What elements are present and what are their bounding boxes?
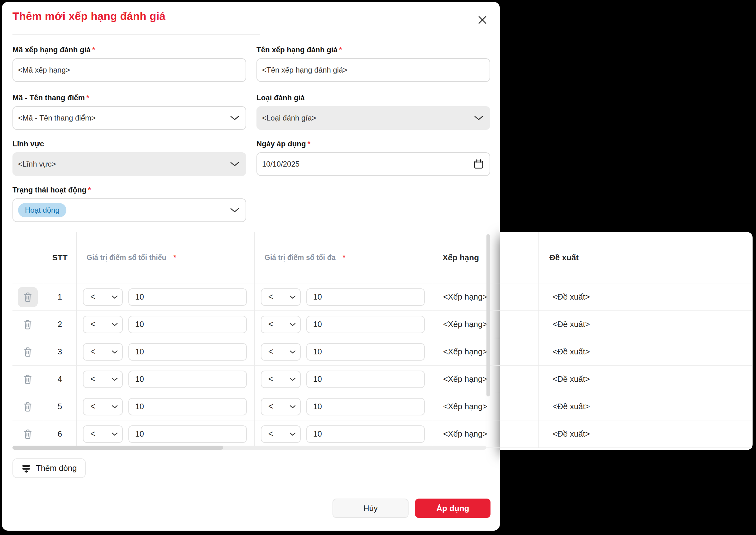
ten-xep-hang-input[interactable] xyxy=(257,58,490,82)
close-button[interactable] xyxy=(474,12,491,28)
max-operator-select[interactable]: < xyxy=(261,316,301,333)
status-chip: Hoạt động xyxy=(18,203,66,218)
col-header-min: Giá trị điểm số tối thiểu* xyxy=(77,232,255,283)
min-operator-select[interactable]: < xyxy=(83,425,123,443)
proposal-cell[interactable]: <Đề xuất> xyxy=(539,311,752,338)
delete-row-button[interactable] xyxy=(18,397,38,417)
rank-cell[interactable]: <Xếp hạng> xyxy=(432,338,539,366)
field-label: Loại đánh giá xyxy=(257,94,490,102)
cancel-button[interactable]: Hủy xyxy=(333,498,408,518)
rank-cell[interactable]: <Xếp hạng> xyxy=(432,283,539,311)
max-operator-select[interactable]: < xyxy=(261,343,301,361)
proposal-cell[interactable]: <Đề xuất> xyxy=(539,283,752,311)
select-placeholder: <Lĩnh vực> xyxy=(18,160,56,168)
delete-row-button[interactable] xyxy=(18,315,38,334)
chevron-down-icon xyxy=(230,161,239,167)
trash-icon xyxy=(23,292,32,302)
min-value-input[interactable]: 10 xyxy=(128,343,247,361)
rank-cell[interactable]: <Xếp hạng> xyxy=(432,366,539,393)
min-operator-select[interactable]: < xyxy=(83,316,123,333)
rank-cell[interactable]: <Xếp hạng> xyxy=(432,420,539,448)
min-operator-select[interactable]: < xyxy=(83,343,123,361)
chevron-down-icon xyxy=(111,405,118,408)
col-header-max: Giá trị điểm số tối đa* xyxy=(255,232,432,283)
row-stt: 2 xyxy=(43,311,77,338)
table-cell-min: < 10 xyxy=(77,420,255,448)
proposal-cell[interactable]: <Đề xuất> xyxy=(539,393,752,420)
table-cell-min: < 10 xyxy=(77,311,255,338)
close-icon xyxy=(477,14,488,25)
max-value-input[interactable]: 10 xyxy=(306,371,425,388)
max-operator-select[interactable]: < xyxy=(261,398,301,415)
row-stt: 3 xyxy=(43,338,77,366)
max-value-input[interactable]: 10 xyxy=(306,343,425,361)
operator-value: < xyxy=(268,374,273,384)
chevron-down-icon xyxy=(230,208,239,213)
apply-button[interactable]: Áp dụng xyxy=(415,498,491,518)
linh-vuc-select: <Lĩnh vực> xyxy=(13,152,246,176)
max-value-input[interactable]: 10 xyxy=(306,288,425,306)
min-value-input[interactable]: 10 xyxy=(128,316,247,333)
min-value-input[interactable]: 10 xyxy=(128,288,247,306)
chevron-down-icon xyxy=(289,432,296,436)
table-cell-min: < 10 xyxy=(77,366,255,393)
row-stt: 6 xyxy=(43,420,77,448)
operator-value: < xyxy=(90,347,95,356)
field-ngay-ap-dung: Ngày áp dụng* 10/10/2025 xyxy=(257,139,490,176)
ma-xep-hang-input[interactable] xyxy=(13,58,246,82)
operator-value: < xyxy=(268,320,273,329)
max-operator-select[interactable]: < xyxy=(261,288,301,306)
chevron-down-icon xyxy=(289,405,296,408)
ngay-ap-dung-input[interactable]: 10/10/2025 xyxy=(257,152,490,176)
operator-value: < xyxy=(90,374,95,384)
chevron-down-icon xyxy=(230,115,239,121)
required-asterisk: * xyxy=(343,253,345,262)
add-row-icon xyxy=(21,464,31,473)
field-ma-xep-hang: Mã xếp hạng đánh giá* xyxy=(13,45,246,82)
table-cell-min: < 10 xyxy=(77,338,255,366)
vertical-scrollbar-thumb[interactable] xyxy=(486,234,490,396)
chevron-down-icon xyxy=(289,350,296,354)
ma-ten-thang-diem-select[interactable]: <Mã - Tên thang điểm> xyxy=(13,106,246,130)
max-value-input[interactable]: 10 xyxy=(306,398,425,415)
operator-value: < xyxy=(268,292,273,302)
proposal-cell[interactable]: <Đề xuất> xyxy=(539,420,752,448)
min-value-input[interactable]: 10 xyxy=(128,398,247,415)
table-cell-max: < 10 xyxy=(255,311,432,338)
proposal-cell[interactable]: <Đề xuất> xyxy=(539,338,752,366)
max-value-input[interactable]: 10 xyxy=(306,425,425,443)
min-operator-select[interactable]: < xyxy=(83,288,123,306)
table-cell-delete xyxy=(13,393,43,420)
required-asterisk: * xyxy=(92,45,95,54)
min-operator-select[interactable]: < xyxy=(83,398,123,415)
col-header-rank: Xếp hạng xyxy=(432,232,539,283)
trash-icon xyxy=(23,319,32,330)
horizontal-scrollbar-thumb[interactable] xyxy=(13,446,223,450)
delete-row-button[interactable] xyxy=(18,342,38,362)
rank-cell[interactable]: <Xếp hạng> xyxy=(432,393,539,420)
table-cell-max: < 10 xyxy=(255,366,432,393)
add-row-button[interactable]: Thêm dòng xyxy=(13,458,86,478)
min-operator-select[interactable]: < xyxy=(83,371,123,388)
table-cell-max: < 10 xyxy=(255,338,432,366)
divider xyxy=(9,489,492,489)
min-value-input[interactable]: 10 xyxy=(128,371,247,388)
rank-cell[interactable]: <Xếp hạng> xyxy=(432,311,539,338)
proposal-cell[interactable]: <Đề xuất> xyxy=(539,366,752,393)
trang-thai-select[interactable]: Hoạt động xyxy=(13,198,246,222)
min-value-input[interactable]: 10 xyxy=(128,425,247,443)
delete-row-button[interactable] xyxy=(18,287,38,307)
chevron-down-icon xyxy=(289,323,296,326)
required-asterisk: * xyxy=(88,185,91,194)
max-operator-select[interactable]: < xyxy=(261,371,301,388)
row-stt: 5 xyxy=(43,393,77,420)
table-cell-max: < 10 xyxy=(255,420,432,448)
delete-row-button[interactable] xyxy=(18,424,38,444)
table-cell-min: < 10 xyxy=(77,393,255,420)
max-operator-select[interactable]: < xyxy=(261,425,301,443)
max-value-input[interactable]: 10 xyxy=(306,316,425,333)
calendar-icon[interactable] xyxy=(473,159,484,169)
delete-row-button[interactable] xyxy=(18,369,38,389)
operator-value: < xyxy=(90,292,95,302)
field-loai-danh-gia: Loại đánh giá <Loại đánh gía> xyxy=(257,94,490,130)
